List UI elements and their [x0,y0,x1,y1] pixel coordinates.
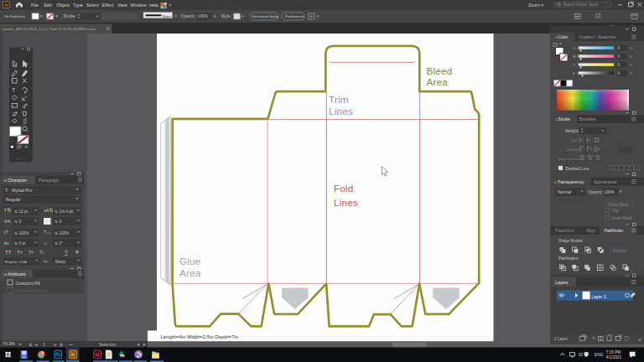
svg-text:12 pt: 12 pt [19,209,29,214]
svg-text:⇅: ⇅ [14,209,18,214]
svg-text:Style:: Style: [221,13,232,18]
svg-text:A̭ᴀ: A̭ᴀ [4,240,10,246]
svg-text:Selection: Selection [99,342,117,347]
svg-text:(14.4 pt): (14.4 pt) [60,209,75,214]
svg-text:Normal: Normal [558,189,571,194]
svg-text:T↔: T↔ [44,230,51,235]
svg-text:Pathfinders:: Pathfinders: [558,256,579,261]
svg-text:Ps: Ps [55,352,60,357]
svg-text:Align: Align [586,228,595,233]
svg-text:Gradient: Gradient [579,34,595,39]
svg-text:%: % [630,46,633,50]
svg-text:100%: 100% [198,14,209,18]
svg-text:⇅: ⇅ [14,241,18,246]
svg-text:Type: Type [73,3,83,8]
svg-text:Search Adobe Stock: Search Adobe Stock [564,3,599,7]
svg-text:Id: Id [96,352,99,357]
svg-text:Clip: Clip [612,209,619,213]
svg-text:Document Setup: Document Setup [252,14,279,18]
svg-text:100%: 100% [60,231,70,235]
svg-text:Effect: Effect [102,3,114,8]
svg-text:T: T [75,249,79,255]
svg-text:⇅: ⇅ [55,209,58,214]
svg-text:Dashed Line: Dashed Line [566,166,589,171]
svg-text:Ai: Ai [71,352,75,357]
svg-text:Expand: Expand [613,249,626,253]
svg-text:Tт: Tт [17,249,23,255]
svg-text:T: T [12,87,16,93]
svg-text:Invert Mask: Invert Mask [612,216,632,220]
svg-text:Pathfinder: Pathfinder [605,228,624,233]
svg-text:%: % [630,71,633,75]
svg-text:Layers: Layers [555,280,569,285]
svg-text:View: View [117,3,127,8]
svg-text:4/1/2021: 4/1/2021 [606,355,622,359]
svg-text:7:16 PM: 7:16 PM [606,350,621,354]
svg-text:ENG: ENG [595,353,604,357]
svg-text:0: 0 [60,220,62,224]
svg-text:» Character: » Character [4,178,27,183]
svg-text:Opacity:: Opacity: [588,189,603,194]
svg-text:File: File [31,3,39,8]
svg-text:Y: Y [573,63,575,67]
svg-text:Fold: Fold [334,183,354,194]
svg-text:› Transparency: › Transparency [555,179,584,184]
svg-text:Preferences: Preferences [285,14,304,18]
svg-text:Appearance: Appearance [594,179,617,184]
svg-text:⇅: ⇅ [55,231,58,235]
svg-text:Cap:: Cap: [570,138,579,142]
svg-text:Layer 1: Layer 1 [592,294,606,299]
svg-text:100%: 100% [19,231,29,235]
svg-text:Regular: Regular [6,197,21,202]
svg-text:Make Mask: Make Mask [609,203,629,207]
svg-text:Overprint Stroke: Overprint Stroke [16,288,48,293]
svg-text:Area: Area [427,76,449,88]
svg-text:⇅: ⇅ [14,220,18,224]
svg-text:Lines: Lines [334,197,358,209]
svg-text:1 Layer: 1 Layer [554,337,568,341]
svg-text:Ai: Ai [4,3,8,8]
svg-text:English: USA: English: USA [5,260,27,264]
svg-text:⇅: ⇅ [55,241,58,246]
svg-text:Lines: Lines [329,106,353,117]
svg-text:Window: Window [131,3,147,8]
svg-text:Overprint Fill: Overprint Fill [16,281,40,286]
svg-text:Basic: Basic [163,14,173,18]
svg-text:Sharp: Sharp [55,260,66,264]
svg-text:Opacity:: Opacity: [181,13,196,18]
svg-text:ᴈA⇅: ᴈA⇅ [44,208,54,213]
svg-text:⏢: ⏢ [44,240,48,246]
svg-text:Select: Select [86,3,99,8]
svg-text:M: M [573,54,576,59]
svg-text:product_A66.06.08.03_4_2.5_7.p: product_A66.06.08.03_4_2.5_7.pdf @ 74.3%… [3,27,96,31]
svg-text:Transform: Transform [555,228,574,233]
svg-text:0 pt: 0 pt [19,241,26,246]
svg-text:T: T [65,249,68,255]
svg-text:Object: Object [57,3,70,8]
svg-text:Length=4in Width=2.5in Depth=7: Length=4in Width=2.5in Depth=7in [161,334,239,339]
svg-text:K: K [573,71,575,75]
svg-text:...: ... [17,155,20,160]
svg-text:V∕A: V∕A [4,219,11,224]
svg-text:74.3%: 74.3% [3,341,15,346]
svg-text:Weight:: Weight: [565,128,579,133]
svg-text:00: 00 [579,353,584,357]
svg-text:T⇅: T⇅ [4,208,12,213]
svg-text:Paragraph: Paragraph [39,178,59,183]
svg-text:Swatches: Swatches [598,34,617,39]
svg-text:0: 0 [19,220,22,224]
svg-text:Shape Modes:: Shape Modes: [558,239,584,243]
svg-text:Myriad Pro: Myriad Pro [12,188,32,193]
svg-text:Glue: Glue [179,256,201,267]
svg-text:C: C [573,46,575,50]
svg-text:Area: Area [179,267,201,279]
svg-text:Align Stroke:: Align Stroke: [558,157,579,161]
svg-text:Zoom: Zoom [528,3,540,8]
svg-text:No Selection: No Selection [4,14,25,18]
svg-text:› Stroke: › Stroke [555,116,570,122]
svg-text:Corner:: Corner: [566,147,579,152]
svg-text:T¹: T¹ [29,249,34,255]
svg-text:1: 1 [43,343,45,347]
svg-text:ª℮: ª℮ [44,259,48,264]
svg-text:» Attributes: » Attributes [4,272,26,277]
